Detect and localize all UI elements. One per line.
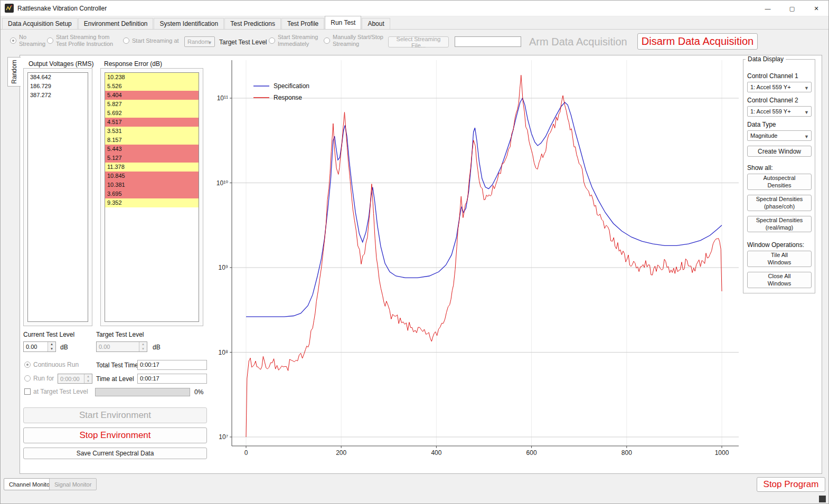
stream-level-combobox[interactable]: Random ▼	[184, 36, 215, 47]
create-window-button[interactable]: Create Window	[747, 146, 812, 157]
radio-icon	[324, 37, 330, 44]
stop-environment-button[interactable]: Stop Environment	[23, 427, 207, 443]
select-streaming-file-button[interactable]: Select Streaming File...	[388, 36, 449, 47]
target-db-unit: dB	[153, 344, 161, 351]
button-label: Autospectral	[763, 175, 795, 182]
data-type-combobox[interactable]: Magnitude ▼	[747, 130, 812, 141]
list-item[interactable]: 384.642	[28, 73, 88, 82]
radio-run-for[interactable]: Run for	[24, 375, 54, 382]
resize-grip[interactable]	[819, 496, 826, 502]
start-environment-button[interactable]: Start Environment	[23, 407, 207, 423]
save-current-spectral-data-button[interactable]: Save Current Spectral Data	[23, 448, 207, 459]
radio-icon	[47, 37, 53, 44]
list-item[interactable]: 3.531	[105, 127, 199, 136]
target-test-level-label: Target Test Level	[96, 331, 144, 338]
control-channel-1-value: 1: Accel 559 Y+	[750, 84, 791, 90]
spinner-arrows-icon[interactable]: ▲▼	[48, 342, 55, 351]
control-channel-1-combobox[interactable]: 1: Accel 559 Y+ ▼	[747, 82, 812, 92]
tab-signal-monitor[interactable]: Signal Monitor	[49, 478, 97, 490]
list-item[interactable]: 8.157	[105, 136, 199, 145]
run-for-duration-spinbox[interactable]: 0:00:00 ▲▼	[58, 374, 92, 384]
radio-stream-at-level[interactable]: Start Streaming at	[123, 37, 179, 44]
list-item[interactable]: 387.272	[28, 91, 88, 100]
streaming-toolbar: NoStreaming Start Streaming fromTest Pro…	[1, 30, 828, 55]
spectral-densities-real-imag-button[interactable]: Spectral Densities (real/imag)	[747, 216, 812, 232]
progress-percent-label: 0%	[194, 388, 203, 396]
button-label: Close All	[768, 273, 791, 280]
chevron-down-icon: ▼	[208, 38, 212, 47]
checkbox-at-target-test-level[interactable]: at Target Test Level	[24, 388, 88, 395]
spinner-arrows-icon[interactable]: ▲▼	[84, 374, 92, 383]
list-item[interactable]: 10.381	[105, 180, 199, 189]
list-item[interactable]: 5.404	[105, 91, 199, 100]
data-display-title: Data Display	[746, 55, 786, 63]
target-test-level-toolbar-label: Target Test Level	[219, 39, 267, 46]
list-item[interactable]: 4.517	[105, 118, 199, 127]
radio-stream-from-profile[interactable]: Start Streaming fromTest Profile Instruc…	[47, 34, 113, 47]
data-display-group: Data Display Control Channel 1 1: Accel …	[743, 59, 815, 293]
list-item[interactable]: 5.443	[105, 145, 199, 154]
close-all-windows-button[interactable]: Close All Windows	[747, 272, 812, 288]
radio-stream-from-profile-label: Start Streaming fromTest Profile Instruc…	[56, 34, 113, 47]
minimize-button[interactable]: —	[756, 1, 780, 16]
at-target-test-level-label: at Target Test Level	[33, 388, 88, 395]
checkbox-icon	[24, 388, 31, 395]
current-test-level-spinbox[interactable]: 0.00 ▲▼	[23, 341, 56, 352]
autospectral-densities-button[interactable]: Autospectral Densities	[747, 174, 812, 190]
disarm-data-acquisition-button[interactable]: Disarm Data Acquisition	[637, 33, 758, 50]
list-item[interactable]: 10.845	[105, 172, 199, 180]
output-voltages-frame: 384.642186.729387.272	[23, 68, 92, 326]
svg-text:10¹¹: 10¹¹	[217, 94, 228, 102]
streaming-file-input[interactable]	[455, 36, 521, 47]
button-label: Tile All	[771, 252, 788, 259]
arm-data-acquisition-button[interactable]: Arm Data Acquisition	[525, 34, 631, 50]
radio-icon	[123, 37, 129, 44]
tab-about[interactable]: About	[362, 18, 390, 29]
tab-run-test[interactable]: Run Test	[325, 16, 361, 29]
target-test-level-spinbox[interactable]: 0.00 ▲▼	[96, 341, 147, 352]
spinner-arrows-icon[interactable]: ▲▼	[139, 342, 147, 351]
list-item[interactable]: 5.127	[105, 154, 199, 163]
list-item[interactable]: 5.526	[105, 82, 199, 91]
list-item[interactable]: 186.729	[28, 82, 88, 91]
close-button[interactable]: ✕	[804, 1, 828, 16]
data-type-label: Data Type	[747, 121, 776, 128]
list-item[interactable]: 10.238	[105, 73, 199, 82]
tab-data-acquisition-setup[interactable]: Data Acquisition Setup	[2, 18, 78, 29]
tab-environment-definition[interactable]: Environment Definition	[78, 18, 154, 29]
main-tabbar: Data Acquisition Setup Environment Defin…	[1, 16, 828, 30]
maximize-button[interactable]: ▢	[780, 1, 804, 16]
app-icon	[5, 4, 14, 13]
tile-all-windows-button[interactable]: Tile All Windows	[747, 251, 812, 267]
response-error-list[interactable]: 10.2385.5265.4045.8275.6924.5173.5318.15…	[105, 72, 199, 322]
tab-system-identification[interactable]: System Identification	[154, 18, 224, 29]
run-test-panel: Output Voltages (RMS) 384.642186.729387.…	[20, 55, 822, 474]
spectral-densities-phase-coh-button[interactable]: Spectral Densities (phase/coh)	[747, 195, 812, 211]
control-channel-2-label: Control Channel 2	[747, 97, 798, 104]
tab-test-profile[interactable]: Test Profile	[281, 18, 324, 29]
current-test-level-value: 0.00	[26, 344, 37, 350]
tab-test-predictions[interactable]: Test Predictions	[224, 18, 281, 29]
radio-icon	[269, 37, 275, 44]
control-channel-1-label: Control Channel 1	[747, 72, 798, 80]
radio-stream-immediately[interactable]: Start StreamingImmediately	[269, 34, 318, 47]
output-voltages-list[interactable]: 384.642186.729387.272	[27, 72, 88, 322]
radio-no-streaming[interactable]: NoStreaming	[10, 34, 45, 47]
control-channel-2-combobox[interactable]: 1: Accel 559 Y+ ▼	[747, 106, 812, 117]
spectral-density-chart[interactable]: 0200400600800100010⁷10⁸10⁹10¹⁰10¹¹Specif…	[211, 56, 742, 467]
environment-tab-random[interactable]: Random	[7, 57, 21, 87]
list-item[interactable]: 3.695	[105, 189, 199, 198]
chevron-down-icon: ▼	[804, 132, 809, 141]
list-item[interactable]: 11.378	[105, 163, 199, 172]
radio-manual-streaming[interactable]: Manually Start/StopStreaming	[324, 34, 383, 47]
svg-text:800: 800	[621, 449, 632, 457]
list-item[interactable]: 9.352	[105, 198, 199, 207]
stop-program-button[interactable]: Stop Program	[757, 477, 825, 492]
show-all-label: Show all:	[747, 164, 773, 172]
radio-continuous-run[interactable]: Continuous Run	[24, 361, 79, 368]
svg-text:10¹⁰: 10¹⁰	[216, 179, 228, 187]
control-channel-2-value: 1: Accel 559 Y+	[750, 108, 791, 115]
list-item[interactable]: 5.827	[105, 100, 199, 109]
list-item[interactable]: 5.692	[105, 109, 199, 118]
titlebar: Rattlesnake Vibration Controller — ▢ ✕	[1, 1, 828, 16]
